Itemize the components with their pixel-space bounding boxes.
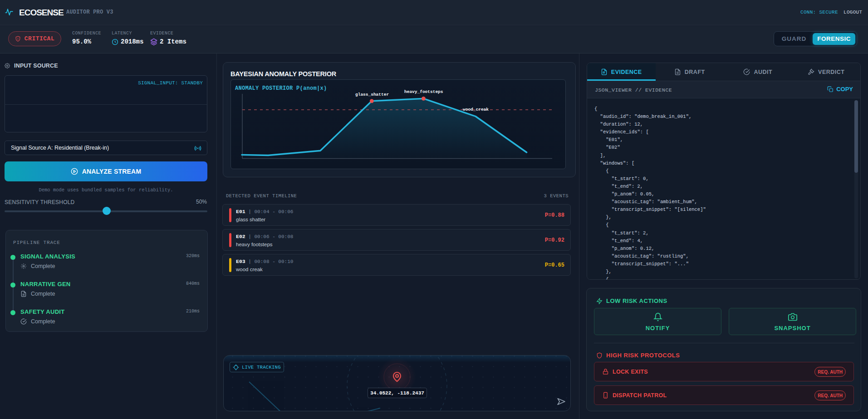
svg-text:glass_shatter: glass_shatter	[355, 92, 389, 97]
svg-text:wood_creak: wood_creak	[463, 107, 489, 112]
svg-text:heavy_footsteps: heavy_footsteps	[404, 89, 443, 94]
